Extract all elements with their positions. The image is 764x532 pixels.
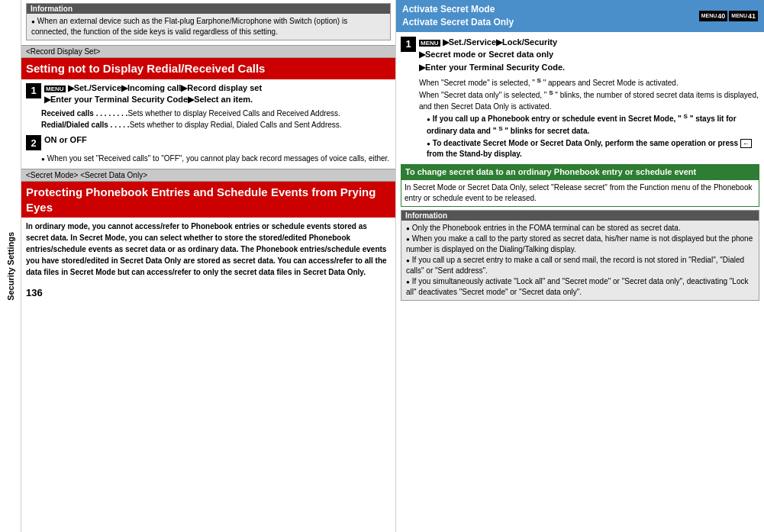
- arrow-2: ▶: [121, 83, 127, 92]
- def-term-received: Received calls . . . . . . . .: [41, 108, 127, 118]
- right-step-1-number: 1: [401, 37, 416, 52]
- secret-section-title: Protecting Phonebook Entries and Schedul…: [21, 182, 395, 218]
- step-2-bullets: When you set "Received calls" to "OFF", …: [41, 153, 391, 164]
- menu-badge-41: MENU 41: [729, 11, 758, 22]
- sidebar-label: Security Settings: [6, 232, 15, 301]
- arrow-1: ▶: [68, 83, 74, 92]
- right-info-bullet-3: If you call up a secret entry to make a …: [406, 255, 754, 276]
- right-column: Activate Secret Mode Activate Secret Dat…: [395, 0, 764, 532]
- sidebar: Security Settings: [0, 0, 21, 532]
- info-box-left: Information When an external device such…: [26, 3, 391, 40]
- arrow-5: ▶: [188, 95, 194, 104]
- right-info-bullet-4: If you simultaneously activate "Lock all…: [406, 276, 754, 298]
- info-box-header-right: Information: [401, 211, 759, 221]
- right-menu-badge: MENU: [419, 40, 440, 47]
- right-step-1-content: MENU ▶Set./Service▶Lock/Security ▶Secret…: [419, 36, 759, 162]
- definitions-table: Received calls . . . . . . . . Sets whet…: [41, 108, 391, 130]
- step-2-number: 2: [26, 135, 41, 150]
- left-column: Information When an external device such…: [21, 0, 395, 532]
- step-2-bullet-1: When you set "Received calls" to "OFF", …: [41, 153, 391, 164]
- activate-header: Activate Secret Mode Activate Secret Dat…: [396, 0, 764, 32]
- right-info-bullet-2: When you make a call to the party stored…: [406, 234, 754, 255]
- def-term-redial: Redial/Dialed calls . . . . .: [41, 120, 130, 130]
- step-1-instructions: MENU ▶Set./Service▶Incoming call▶Record …: [44, 82, 391, 106]
- secret-section-body: In ordinary mode, you cannot access/refe…: [26, 221, 391, 278]
- record-section-title: Setting not to Display Redial/Received C…: [21, 58, 395, 79]
- secret-section-divider: <Secret Mode> <Secret Data Only>: [21, 169, 395, 182]
- right-info-bullet-1: Only the Phonebook entries in the FOMA t…: [406, 223, 754, 234]
- change-secret-header: To change secret data to an ordinary Pho…: [401, 164, 759, 179]
- menu-badge-1: MENU: [44, 85, 66, 92]
- def-desc-redial: Sets whether to display Redial, Dialed C…: [130, 120, 391, 130]
- secret-section: <Secret Mode> <Secret Data Only> Protect…: [21, 169, 395, 278]
- activate-title-line2: Activate Secret Data Only: [402, 16, 514, 29]
- right-step-1: 1 MENU ▶Set./Service▶Lock/Security ▶Secr…: [401, 36, 759, 162]
- page-number-area: 136: [21, 281, 395, 305]
- record-step-2: 2 ON or OFF: [26, 134, 391, 150]
- def-row-redial: Redial/Dialed calls . . . . . Sets wheth…: [41, 120, 391, 130]
- menu-badge-40: MENU 40: [699, 11, 728, 22]
- def-row-received: Received calls . . . . . . . . Sets whet…: [41, 108, 391, 118]
- info-box-right: Information Only the Phonebook entries i…: [401, 210, 759, 301]
- right-step-normal-1: When "Secret mode" is selected, " S " ap…: [419, 76, 759, 112]
- record-step-1: 1 MENU ▶Set./Service▶Incoming call▶Recor…: [26, 82, 391, 106]
- info-box-content-left: When an external device such as the Flat…: [31, 16, 385, 37]
- main-content: Information When an external device such…: [21, 0, 764, 532]
- def-desc-received: Sets whether to display Received Calls a…: [127, 108, 391, 118]
- right-step-1-instructions: MENU ▶Set./Service▶Lock/Security ▶Secret…: [419, 36, 759, 74]
- step-2-content: ON or OFF: [44, 134, 391, 146]
- record-section-divider: <Record Display Set>: [21, 45, 395, 58]
- info-header-label: Information: [31, 5, 73, 13]
- change-secret-body: In Secret Mode or Secret Data Only, sele…: [401, 180, 759, 207]
- right-bullet-2: To deactivate Secret Mode or Secret Data…: [419, 138, 759, 160]
- activate-title-line1: Activate Secret Mode: [402, 3, 514, 16]
- right-info-header-label: Information: [405, 211, 447, 220]
- step-2-label: ON or OFF: [44, 134, 391, 146]
- page-number: 136: [26, 287, 43, 298]
- info-box-header-left: Information: [27, 4, 390, 14]
- right-bullet-1: If you call up a Phonebook entry or sche…: [419, 112, 759, 137]
- step-1-content: MENU ▶Set./Service▶Incoming call▶Record …: [44, 82, 391, 106]
- menu-badges: MENU 40 MENU 41: [699, 11, 758, 22]
- activate-title: Activate Secret Mode Activate Secret Dat…: [402, 3, 514, 29]
- arrow-4: ▶: [44, 95, 50, 104]
- step-1-number: 1: [26, 83, 41, 98]
